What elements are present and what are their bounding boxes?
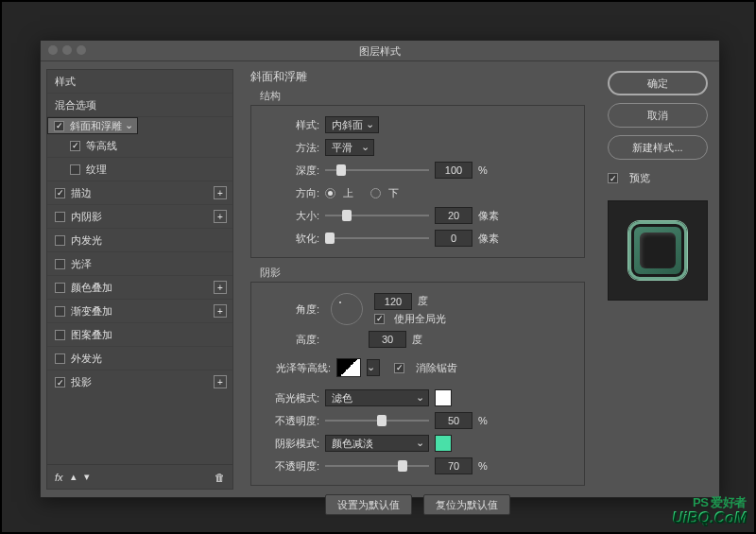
checkbox-icon[interactable] [55,283,65,293]
sidebar-item-bevel[interactable]: 斜面和浮雕 [47,117,138,134]
soften-input[interactable]: 0 [435,230,472,247]
size-label: 大小: [261,209,319,223]
angle-input[interactable]: 120 [374,293,412,310]
style-select[interactable]: 内斜面 [325,116,379,133]
sidebar-item-pattern-overlay[interactable]: 图案叠加 [47,323,232,347]
checkbox-icon[interactable] [55,306,65,317]
soften-slider[interactable] [325,232,429,245]
preview-thumbnail [608,200,708,301]
sidebar-blend-options[interactable]: 混合选项 [47,94,232,117]
ok-button[interactable]: 确定 [608,71,708,95]
checkbox-icon[interactable] [55,377,65,388]
fx-icon[interactable]: fx [55,472,63,483]
size-input[interactable]: 20 [435,207,472,224]
sidebar-item-contour[interactable]: 等高线 [47,134,232,158]
highlight-mode-label: 高光模式: [261,391,319,405]
style-label: 样式: [261,118,319,132]
panel-heading: 斜面和浮雕 [250,69,585,85]
structure-group: 样式:内斜面 方法:平滑 深度:100% 方向:上 下 大小:20像素 软化:0… [250,105,585,258]
depth-input[interactable]: 100 [435,162,472,179]
plus-icon[interactable]: + [214,304,227,318]
direction-down-radio[interactable] [370,188,381,198]
highlight-opacity-input[interactable]: 50 [435,412,472,429]
window-controls[interactable] [48,45,86,55]
sidebar-footer: fx ▴ ▾ 🗑 [46,465,233,490]
cancel-button[interactable]: 取消 [608,103,708,128]
soften-label: 软化: [261,232,319,246]
plus-icon[interactable]: + [214,210,227,223]
shadow-mode-select[interactable]: 颜色减淡 [325,435,429,452]
checkbox-icon[interactable] [55,235,65,246]
sidebar-styles-header[interactable]: 样式 [47,70,232,94]
angle-label: 角度: [261,302,319,317]
method-label: 方法: [261,141,319,155]
sidebar-item-texture[interactable]: 纹理 [47,158,232,181]
settings-panel: 斜面和浮雕 结构 样式:内斜面 方法:平滑 深度:100% 方向:上 下 大小:… [239,61,596,497]
altitude-input[interactable]: 30 [369,331,406,348]
sidebar-item-inner-glow[interactable]: 内发光 [47,229,232,252]
method-select[interactable]: 平滑 [325,139,374,156]
reset-default-button[interactable]: 复位为默认值 [423,494,510,515]
structure-label: 结构 [260,89,585,103]
sidebar-item-outer-glow[interactable]: 外发光 [47,347,232,370]
effects-sidebar: 样式 混合选项 斜面和浮雕 等高线 纹理 描边+ 内阴影+ 内发光 光泽 颜色叠… [41,61,239,497]
shadow-mode-label: 阴影模式: [261,437,319,451]
sidebar-item-stroke[interactable]: 描边+ [47,181,232,205]
angle-dial[interactable] [331,293,363,325]
direction-up-radio[interactable] [325,188,335,198]
gloss-contour-label: 光泽等高线: [261,361,331,375]
sidebar-item-drop-shadow[interactable]: 投影+ [47,370,232,394]
preview-checkbox[interactable] [608,173,618,183]
sidebar-item-inner-shadow[interactable]: 内阴影+ [47,205,232,229]
depth-slider[interactable] [325,164,429,177]
plus-icon[interactable]: + [214,186,227,199]
watermark-url: UiBQ.CoM [672,509,747,526]
gloss-contour-picker[interactable] [336,358,361,377]
new-style-button[interactable]: 新建样式... [608,135,708,160]
sidebar-item-color-overlay[interactable]: 颜色叠加+ [47,276,232,300]
shadow-opacity-slider[interactable] [325,459,429,473]
highlight-mode-select[interactable]: 滤色 [325,389,429,406]
trash-icon[interactable]: 🗑 [215,472,225,483]
checkbox-icon[interactable] [70,164,80,175]
layer-style-dialog: 图层样式 样式 混合选项 斜面和浮雕 等高线 纹理 描边+ 内阴影+ 内发光 光… [40,40,720,498]
plus-icon[interactable]: + [214,375,227,388]
checkbox-icon[interactable] [55,330,65,340]
depth-label: 深度: [261,164,319,178]
altitude-label: 高度: [261,333,319,347]
highlight-color-swatch[interactable] [435,389,452,406]
checkbox-icon[interactable] [55,353,65,364]
highlight-opacity-slider[interactable] [325,414,429,427]
checkbox-icon[interactable] [55,212,65,222]
highlight-opacity-label: 不透明度: [261,414,319,428]
checkbox-icon[interactable] [54,121,64,131]
checkbox-icon[interactable] [70,141,80,151]
checkbox-icon[interactable] [55,259,65,269]
make-default-button[interactable]: 设置为默认值 [325,494,412,515]
titlebar: 图层样式 [41,41,719,61]
global-light-checkbox[interactable] [374,314,385,324]
size-slider[interactable] [325,209,429,222]
sidebar-item-satin[interactable]: 光泽 [47,252,232,276]
dialog-actions: 确定 取消 新建样式... 预览 [596,61,719,497]
shading-group: 角度: 120度 使用全局光 高度:30度 光泽等高线: 消除锯齿 高光模式:滤… [250,282,585,486]
antialias-checkbox[interactable] [394,363,404,373]
shadow-opacity-input[interactable]: 70 [435,457,472,474]
dialog-title: 图层样式 [359,45,401,57]
plus-icon[interactable]: + [214,281,227,294]
direction-label: 方向: [261,186,319,200]
preview-label: 预览 [629,171,650,185]
shadow-opacity-label: 不透明度: [261,459,319,474]
shadow-color-swatch[interactable] [435,435,452,452]
shading-label: 阴影 [260,266,585,280]
arrow-up-icon[interactable]: ▴ [71,471,77,483]
gloss-contour-dropdown[interactable] [367,359,380,376]
checkbox-icon[interactable] [55,188,65,198]
arrow-down-icon[interactable]: ▾ [84,471,90,483]
sidebar-item-gradient-overlay[interactable]: 渐变叠加+ [47,300,232,323]
